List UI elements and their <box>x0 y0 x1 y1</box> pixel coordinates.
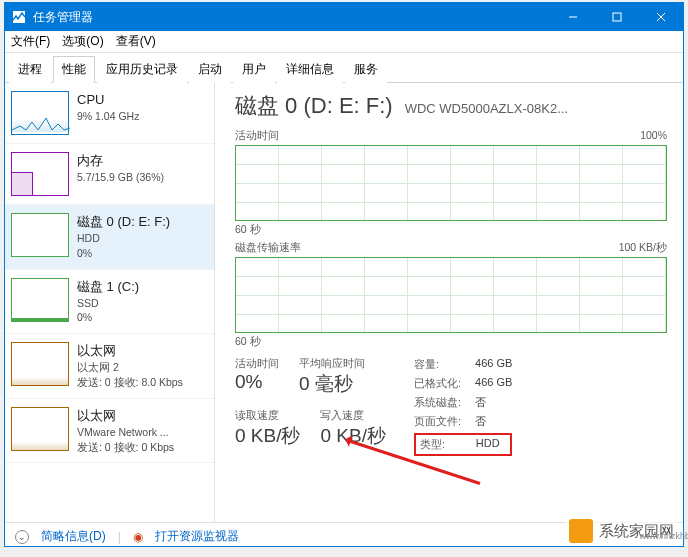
stat-label: 读取速度 <box>235 409 300 423</box>
stat-label: 写入速度 <box>320 409 385 423</box>
activity-chart-canvas <box>235 145 667 221</box>
write-speed-value: 0 KB/秒 <box>320 423 385 449</box>
menubar: 文件(F) 选项(O) 查看(V) <box>5 31 683 53</box>
menu-options[interactable]: 选项(O) <box>62 33 103 50</box>
sidebar-item-label: 内存 <box>77 152 164 170</box>
window-title: 任务管理器 <box>33 9 551 26</box>
formatted-value: 466 GB <box>475 376 512 391</box>
active-time-value: 0% <box>235 371 279 393</box>
stat-label: 平均响应时间 <box>299 357 365 371</box>
chart-x-label: 60 秒 <box>235 335 667 349</box>
chevron-down-icon[interactable]: ⌄ <box>15 530 29 544</box>
tab-app-history[interactable]: 应用历史记录 <box>97 56 187 83</box>
disk-model: WDC WD5000AZLX-08K2... <box>405 101 568 116</box>
tab-users[interactable]: 用户 <box>233 56 275 83</box>
sidebar-item-memory[interactable]: 内存 5.7/15.9 GB (36%) <box>5 144 214 205</box>
monitor-icon: ◉ <box>133 530 143 544</box>
tab-details[interactable]: 详细信息 <box>277 56 343 83</box>
sidebar-item-disk0[interactable]: 磁盘 0 (D: E: F:) HDD 0% <box>5 205 214 270</box>
chart-max: 100% <box>640 129 667 143</box>
watermark: 系统家园网 www.hnzkhbsb.com <box>565 517 678 545</box>
transfer-chart-canvas <box>235 257 667 333</box>
tab-performance[interactable]: 性能 <box>53 56 95 83</box>
chart-max: 100 KB/秒 <box>619 241 667 255</box>
sidebar-item-disk1[interactable]: 磁盘 1 (C:) SSD 0% <box>5 270 214 335</box>
memory-thumb-icon <box>11 152 69 196</box>
close-button[interactable] <box>639 3 683 31</box>
watermark-url: www.hnzkhbsb.com <box>640 531 689 541</box>
disk-thumb-icon <box>11 278 69 322</box>
main-panel: 磁盘 0 (D: E: F:) WDC WD5000AZLX-08K2... 活… <box>215 83 683 522</box>
type-highlight: 类型:HDD <box>414 433 512 456</box>
svg-rect-2 <box>613 13 621 21</box>
minimize-button[interactable] <box>551 3 595 31</box>
sidebar-item-cpu[interactable]: CPU 9% 1.04 GHz <box>5 83 214 144</box>
ethernet-thumb-icon <box>11 342 69 386</box>
performance-sidebar: CPU 9% 1.04 GHz 内存 5.7/15.9 GB (36%) 磁盘 … <box>5 83 215 522</box>
sidebar-item-label: 磁盘 0 (D: E: F:) <box>77 213 170 231</box>
task-manager-window: 任务管理器 文件(F) 选项(O) 查看(V) 进程 性能 应用历史记录 启动 … <box>4 2 684 547</box>
chart-x-label: 60 秒 <box>235 223 667 237</box>
chart-label: 活动时间 <box>235 129 279 143</box>
disk-thumb-icon <box>11 213 69 257</box>
tabs: 进程 性能 应用历史记录 启动 用户 详细信息 服务 <box>5 53 683 83</box>
avg-response-value: 0 毫秒 <box>299 371 365 397</box>
sidebar-item-ethernet-1[interactable]: 以太网 以太网 2 发送: 0 接收: 8.0 Kbps <box>5 334 214 399</box>
disk-type-value: HDD <box>476 437 507 452</box>
read-speed-value: 0 KB/秒 <box>235 423 300 449</box>
tab-processes[interactable]: 进程 <box>9 56 51 83</box>
maximize-button[interactable] <box>595 3 639 31</box>
watermark-logo-icon <box>569 519 593 543</box>
sidebar-item-label: 磁盘 1 (C:) <box>77 278 139 296</box>
sidebar-item-ethernet-2[interactable]: 以太网 VMware Network ... 发送: 0 接收: 0 Kbps <box>5 399 214 464</box>
menu-view[interactable]: 查看(V) <box>116 33 156 50</box>
system-disk-value: 否 <box>475 395 512 410</box>
stat-label: 活动时间 <box>235 357 279 371</box>
tab-startup[interactable]: 启动 <box>189 56 231 83</box>
open-resource-monitor-link[interactable]: 打开资源监视器 <box>155 528 239 545</box>
titlebar: 任务管理器 <box>5 3 683 31</box>
transfer-rate-chart: 磁盘传输速率 100 KB/秒 60 秒 <box>235 241 667 349</box>
chart-label: 磁盘传输速率 <box>235 241 301 255</box>
app-icon <box>11 9 27 25</box>
menu-file[interactable]: 文件(F) <box>11 33 50 50</box>
pagefile-value: 否 <box>475 414 512 429</box>
brief-info-link[interactable]: 简略信息(D) <box>41 528 106 545</box>
cpu-thumb-icon <box>11 91 69 135</box>
active-time-chart: 活动时间 100% 60 秒 <box>235 129 667 237</box>
capacity-value: 466 GB <box>475 357 512 372</box>
ethernet-thumb-icon <box>11 407 69 451</box>
page-title: 磁盘 0 (D: E: F:) <box>235 91 393 121</box>
tab-services[interactable]: 服务 <box>345 56 387 83</box>
sidebar-item-label: 以太网 <box>77 342 183 360</box>
sidebar-item-label: 以太网 <box>77 407 174 425</box>
disk-info-grid: 容量:466 GB 已格式化:466 GB 系统磁盘:否 页面文件:否 类型:H… <box>414 357 512 456</box>
sidebar-item-label: CPU <box>77 91 139 109</box>
